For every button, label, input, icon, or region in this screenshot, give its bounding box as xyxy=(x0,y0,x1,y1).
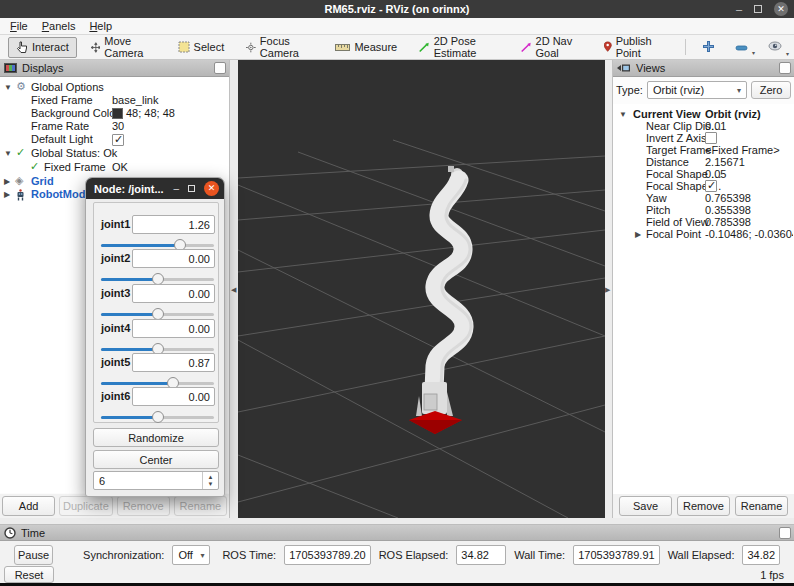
rename-button[interactable]: Rename xyxy=(735,496,788,516)
joint-slider[interactable] xyxy=(101,411,214,423)
ros-elapsed-field[interactable]: 34.82 xyxy=(456,545,506,565)
remove-tool-button[interactable]: ▾ xyxy=(727,39,756,55)
tree-value[interactable]: base_link xyxy=(112,94,158,106)
maximize-icon[interactable] xyxy=(188,185,195,192)
tree-row-global-status[interactable]: ▼ ✓ Global Status: Ok xyxy=(0,147,229,161)
joint-count-spinbox[interactable]: 6 ▲▼ xyxy=(93,471,219,490)
remove-button[interactable]: Remove xyxy=(677,496,730,516)
tree-row-frame-rate[interactable]: Frame Rate 30 xyxy=(0,120,229,134)
tree-value[interactable]: 0.355398 xyxy=(705,204,751,216)
add-button[interactable]: Add xyxy=(2,496,55,516)
tree-row-global-options[interactable]: ▼ ⚙ Global Options xyxy=(0,81,229,95)
chevron-down-icon[interactable]: ▼ xyxy=(208,481,214,488)
close-icon[interactable]: ✕ xyxy=(774,2,788,16)
duplicate-button[interactable]: Duplicate xyxy=(59,496,112,516)
joint-value-field[interactable]: 0.00 xyxy=(132,284,215,303)
3d-viewport[interactable] xyxy=(238,60,605,518)
views-panel-header[interactable]: Views xyxy=(613,60,794,77)
tree-row-fixed-frame[interactable]: Fixed Frame base_link xyxy=(0,94,229,108)
slider-handle[interactable] xyxy=(152,411,164,423)
tree-label: Invert Z Axis xyxy=(646,132,707,144)
collapse-right-icon[interactable]: ▶ xyxy=(605,286,610,294)
remove-button[interactable]: Remove xyxy=(117,496,170,516)
tree-value[interactable]: -0.10486; -0.036041; 0… xyxy=(705,228,793,240)
tree-value[interactable]: 2.15671 xyxy=(705,156,745,168)
ros-time-field[interactable]: 1705393789.20 xyxy=(284,545,370,565)
tree-value[interactable]: 30 xyxy=(112,120,124,132)
focus-crosshair-icon xyxy=(246,41,256,54)
map-pin-icon xyxy=(604,40,611,54)
left-splitter[interactable]: ◀ xyxy=(230,60,238,518)
zero-button[interactable]: Zero xyxy=(751,81,791,99)
joint-value-field[interactable]: 0.00 xyxy=(132,387,215,406)
tree-value[interactable]: 0.785398 xyxy=(705,216,751,228)
invert-z-checkbox[interactable] xyxy=(705,132,717,144)
pause-button[interactable]: Pause xyxy=(14,545,53,565)
default-light-checkbox[interactable] xyxy=(112,134,124,146)
tree-row-default-light[interactable]: Default Light xyxy=(0,133,229,147)
tool-measure[interactable]: Measure xyxy=(327,37,405,57)
minimize-icon[interactable]: – xyxy=(736,4,742,14)
reset-button[interactable]: Reset xyxy=(4,566,54,583)
menu-file[interactable]: File xyxy=(4,19,34,33)
tool-select[interactable]: Select xyxy=(170,37,233,57)
joint-value-field[interactable]: 0.00 xyxy=(132,319,215,338)
joint-row: joint2 0.00 xyxy=(99,249,213,283)
tree-row-fixed-frame-status[interactable]: ✓ Fixed Frame OK xyxy=(0,161,229,175)
view-type-combobox[interactable]: Orbit (rviz) ▾ xyxy=(647,81,747,99)
menu-panels[interactable]: Panels xyxy=(36,19,82,33)
slider-fill xyxy=(101,382,173,385)
right-splitter[interactable]: ▶ xyxy=(605,60,612,518)
focal-shape-checkbox[interactable] xyxy=(705,180,717,192)
chevron-up-icon[interactable]: ▲ xyxy=(208,474,214,481)
close-icon[interactable]: ✕ xyxy=(204,181,219,196)
maximize-icon[interactable] xyxy=(754,5,762,13)
tree-value[interactable]: 48; 48; 48 xyxy=(112,107,175,119)
joint-value-field[interactable]: 0.87 xyxy=(132,353,215,372)
save-button[interactable]: Save xyxy=(619,496,672,516)
tool-move-camera[interactable]: Move Camera xyxy=(83,31,164,63)
select-box-icon xyxy=(178,41,190,53)
spinbox-arrows[interactable]: ▲▼ xyxy=(202,472,218,489)
chevron-down-icon: ▾ xyxy=(200,551,204,560)
tree-value[interactable]: 0.765398 xyxy=(705,192,751,204)
rename-button[interactable]: Rename xyxy=(174,496,227,516)
chevron-down-icon[interactable]: ▼ xyxy=(619,110,627,119)
joint-value-field[interactable]: 1.26 xyxy=(132,215,215,234)
wall-elapsed-field[interactable]: 34.82 xyxy=(742,545,780,565)
minimize-icon[interactable]: – xyxy=(173,183,179,194)
joint-state-dialog[interactable]: Node: /joint... – ✕ joint1 1.26 joint2 0… xyxy=(85,177,225,497)
color-swatch xyxy=(112,108,123,119)
tool-interact[interactable]: Interact xyxy=(8,37,77,58)
tool-2d-pose-estimate[interactable]: 2D Pose Estimate xyxy=(411,31,507,63)
wall-time-field[interactable]: 1705393789.91 xyxy=(573,545,659,565)
time-panel-header[interactable]: Time xyxy=(0,525,794,541)
tool-2d-nav-goal[interactable]: 2D Nav Goal xyxy=(513,31,590,63)
randomize-button[interactable]: Randomize xyxy=(93,428,219,447)
center-button[interactable]: Center xyxy=(93,450,219,469)
tool-focus-camera[interactable]: Focus Camera xyxy=(238,31,321,63)
sync-label: Synchronization: xyxy=(83,549,164,561)
tool-publish-point[interactable]: Publish Point xyxy=(596,31,671,63)
tree-value[interactable]: 0.01 xyxy=(705,120,726,132)
chevron-right-icon[interactable]: ▶ xyxy=(4,190,10,199)
tree-value[interactable]: <Fixed Frame> xyxy=(705,144,780,156)
collapse-left-icon[interactable]: ◀ xyxy=(231,286,236,294)
add-tool-button[interactable] xyxy=(694,38,723,57)
robot-arm xyxy=(409,166,471,434)
chevron-right-icon[interactable]: ▶ xyxy=(4,177,10,186)
gear-icon: ⚙ xyxy=(16,80,26,93)
tool-properties-button[interactable]: ▾ xyxy=(760,38,790,56)
panel-float-button[interactable] xyxy=(779,62,791,74)
tree-row-focal-point[interactable]: ▶ Focal Point -0.10486; -0.036041; 0… xyxy=(613,228,794,242)
panel-float-button[interactable] xyxy=(214,62,226,74)
displays-panel-header[interactable]: Displays xyxy=(0,60,229,77)
chevron-down-icon[interactable]: ▼ xyxy=(4,83,12,92)
joint-value-field[interactable]: 0.00 xyxy=(132,249,215,268)
chevron-right-icon[interactable]: ▶ xyxy=(635,230,641,239)
chevron-down-icon[interactable]: ▼ xyxy=(4,149,12,158)
sync-combobox[interactable]: Off ▾ xyxy=(172,545,210,565)
panel-float-button[interactable] xyxy=(779,527,791,539)
tree-row-background-color[interactable]: Background Color 48; 48; 48 xyxy=(0,107,229,121)
dialog-title-bar[interactable]: Node: /joint... – ✕ xyxy=(86,178,224,199)
